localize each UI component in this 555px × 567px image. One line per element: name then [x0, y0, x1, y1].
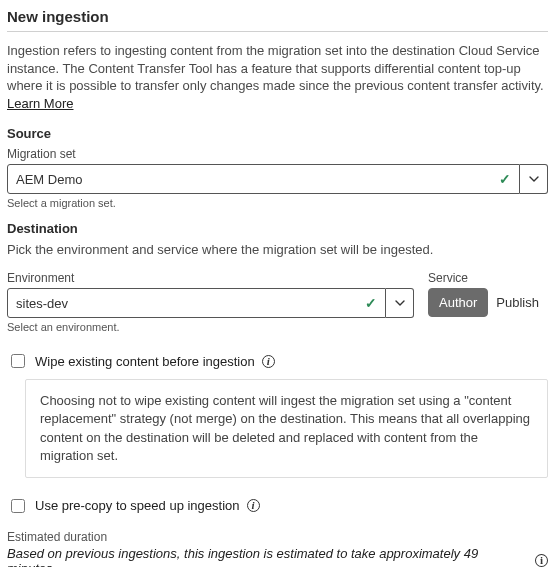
wipe-note: Choosing not to wipe existing content wi… [25, 379, 548, 478]
migration-set-dropdown-button[interactable] [520, 164, 548, 194]
estimate-label: Estimated duration [7, 530, 548, 544]
page-title: New ingestion [7, 8, 548, 25]
service-author-button[interactable]: Author [428, 288, 488, 317]
environment-select[interactable]: sites-dev ✓ [7, 288, 414, 318]
precopy-label: Use pre-copy to speed up ingestion [35, 498, 240, 513]
migration-set-value: AEM Demo [16, 172, 82, 187]
wipe-label: Wipe existing content before ingestion [35, 354, 255, 369]
environment-dropdown-button[interactable] [386, 288, 414, 318]
migration-set-input[interactable]: AEM Demo ✓ [7, 164, 520, 194]
environment-helper: Select an environment. [7, 321, 414, 333]
wipe-checkbox[interactable] [11, 354, 25, 368]
precopy-checkbox[interactable] [11, 499, 25, 513]
destination-section-label: Destination [7, 221, 548, 236]
info-icon[interactable]: i [535, 554, 548, 567]
destination-description: Pick the environment and service where t… [7, 242, 548, 257]
migration-set-select[interactable]: AEM Demo ✓ [7, 164, 548, 194]
migration-set-label: Migration set [7, 147, 548, 161]
check-icon: ✓ [365, 295, 377, 311]
intro-body: Ingestion refers to ingesting content fr… [7, 43, 544, 93]
info-icon[interactable]: i [262, 355, 275, 368]
environment-value: sites-dev [16, 296, 68, 311]
header-divider [7, 31, 548, 32]
environment-input[interactable]: sites-dev ✓ [7, 288, 386, 318]
info-icon[interactable]: i [247, 499, 260, 512]
service-publish-button[interactable]: Publish [496, 295, 539, 310]
learn-more-link[interactable]: Learn More [7, 96, 73, 111]
source-section-label: Source [7, 126, 548, 141]
intro-text: Ingestion refers to ingesting content fr… [7, 42, 548, 112]
check-icon: ✓ [499, 171, 511, 187]
environment-label: Environment [7, 271, 414, 285]
estimate-text: Based on previous ingestions, this inges… [7, 546, 527, 567]
migration-set-helper: Select a migration set. [7, 197, 548, 209]
service-label: Service [428, 271, 548, 285]
